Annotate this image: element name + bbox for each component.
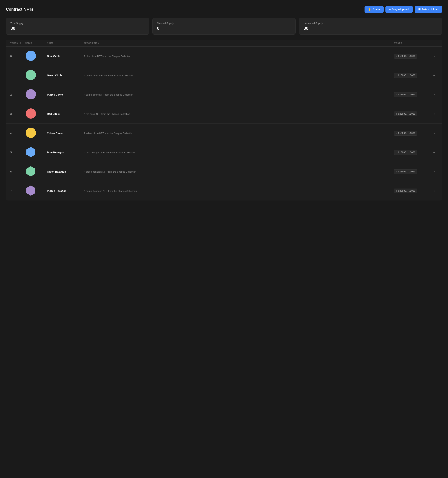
page-title: Contract NFTs <box>6 7 33 12</box>
media-cell <box>25 69 47 82</box>
nft-name: Green Hexagon <box>47 170 84 173</box>
media-cell <box>25 165 47 178</box>
stat-value: 30 <box>303 26 438 31</box>
table-row[interactable]: 0 Blue Circle A blue circle NFT from the… <box>6 47 442 66</box>
nft-name: Purple Hexagon <box>47 189 84 192</box>
svg-marker-7 <box>26 185 35 196</box>
copy-icon: ⧉ <box>396 190 397 192</box>
owner-badge: ⧉ 0x0000...0000 <box>394 112 417 116</box>
nft-description: A blue hexagon NFT from the Shapes Colle… <box>84 151 394 154</box>
token-id: 0 <box>10 55 25 58</box>
nft-name: Blue Hexagon <box>47 151 84 154</box>
table-row[interactable]: 4 Yellow Circle A yellow circle NFT from… <box>6 124 442 143</box>
owner-cell: ⧉ 0x0000...0000 <box>394 54 430 58</box>
row-arrow[interactable]: → <box>430 112 438 116</box>
table-row[interactable]: 6 Green Hexagon A green hexagon NFT from… <box>6 162 442 181</box>
nft-description: A red circle NFT from the Shapes Collect… <box>84 113 394 115</box>
nft-name: Red Circle <box>47 113 84 115</box>
table-row[interactable]: 2 Purple Circle A purple circle NFT from… <box>6 85 442 104</box>
copy-icon: ⧉ <box>396 170 397 173</box>
media-cell <box>25 88 47 101</box>
row-arrow[interactable]: → <box>430 132 438 135</box>
owner-cell: ⧉ 0x0000...0000 <box>394 131 430 136</box>
stat-label: Unclaimed Supply <box>303 22 438 25</box>
nft-name: Purple Circle <box>47 93 84 96</box>
table-col-name: NAME <box>47 42 84 44</box>
row-arrow[interactable]: → <box>430 189 438 193</box>
page-header: Contract NFTs ✋ Claim + Single Upload ⊞ … <box>6 6 442 13</box>
nft-media-shape <box>25 127 37 139</box>
stat-value: 30 <box>10 26 145 31</box>
owner-address: 0x0000...0000 <box>398 132 415 134</box>
token-id: 3 <box>10 113 25 115</box>
owner-badge: ⧉ 0x0000...0000 <box>394 92 417 97</box>
table-col-media: MEDIA <box>25 42 47 44</box>
nft-media-shape <box>25 108 37 120</box>
table-row[interactable]: 3 Red Circle A red circle NFT from the S… <box>6 104 442 124</box>
copy-icon: ⧉ <box>396 94 397 96</box>
nft-description: A yellow circle NFT from the Shapes Coll… <box>84 132 394 135</box>
nft-media-shape <box>25 69 37 82</box>
claim-icon: ✋ <box>368 8 372 11</box>
owner-address: 0x0000...0000 <box>398 113 415 115</box>
owner-address: 0x0000...0000 <box>398 151 415 154</box>
owner-cell: ⧉ 0x0000...0000 <box>394 150 430 155</box>
nft-name: Blue Circle <box>47 55 84 58</box>
owner-badge: ⧉ 0x0000...0000 <box>394 150 417 155</box>
batch-upload-button[interactable]: ⊞ Batch Upload <box>415 6 442 13</box>
nft-description: A green hexagon NFT from the Shapes Coll… <box>84 170 394 173</box>
batch-icon: ⊞ <box>418 8 421 11</box>
nft-description: A blue circle NFT from the Shapes Collec… <box>84 55 394 58</box>
table-body: 0 Blue Circle A blue circle NFT from the… <box>6 47 442 201</box>
plus-icon: + <box>389 8 391 11</box>
nft-name: Green Circle <box>47 74 84 77</box>
nft-description: A green circle NFT from the Shapes Colle… <box>84 74 394 77</box>
table-header: TOKEN IDMEDIANAMEDESCRIPTIONOWNER <box>6 40 442 47</box>
owner-cell: ⧉ 0x0000...0000 <box>394 189 430 193</box>
table-row[interactable]: 1 Green Circle A green circle NFT from t… <box>6 66 442 85</box>
owner-cell: ⧉ 0x0000...0000 <box>394 73 430 78</box>
table-col- <box>430 42 438 44</box>
nft-table: TOKEN IDMEDIANAMEDESCRIPTIONOWNER 0 Blue… <box>6 40 442 201</box>
token-id: 1 <box>10 74 25 77</box>
owner-address: 0x0000...0000 <box>398 190 415 192</box>
svg-point-0 <box>26 51 36 61</box>
svg-marker-6 <box>26 166 35 176</box>
nft-description: A purple hexagon NFT from the Shapes Col… <box>84 190 394 192</box>
media-cell <box>25 127 47 139</box>
svg-point-4 <box>26 128 36 138</box>
row-arrow[interactable]: → <box>430 170 438 173</box>
media-cell <box>25 50 47 62</box>
stat-card-total-supply: Total Supply 30 <box>6 18 149 35</box>
nft-media-shape <box>25 88 37 101</box>
row-arrow[interactable]: → <box>430 74 438 77</box>
svg-point-2 <box>26 89 36 99</box>
table-col-owner: OWNER <box>394 42 430 44</box>
nft-media-shape <box>25 165 37 178</box>
owner-cell: ⧉ 0x0000...0000 <box>394 112 430 116</box>
row-arrow[interactable]: → <box>430 151 438 154</box>
owner-address: 0x0000...0000 <box>398 170 415 173</box>
table-row[interactable]: 7 Purple Hexagon A purple hexagon NFT fr… <box>6 181 442 201</box>
media-cell <box>25 146 47 159</box>
stat-card-claimed-supply: Claimed Supply 0 <box>152 18 296 35</box>
svg-point-3 <box>26 108 36 119</box>
owner-badge: ⧉ 0x0000...0000 <box>394 54 417 58</box>
token-id: 4 <box>10 132 25 135</box>
row-arrow[interactable]: → <box>430 93 438 96</box>
owner-address: 0x0000...0000 <box>398 55 415 57</box>
stat-label: Claimed Supply <box>157 22 291 25</box>
table-row[interactable]: 5 Blue Hexagon A blue hexagon NFT from t… <box>6 143 442 162</box>
single-upload-button[interactable]: + Single Upload <box>385 6 413 13</box>
copy-icon: ⧉ <box>396 113 397 115</box>
owner-badge: ⧉ 0x0000...0000 <box>394 131 417 136</box>
stats-row: Total Supply 30 Claimed Supply 0 Unclaim… <box>6 18 442 35</box>
owner-cell: ⧉ 0x0000...0000 <box>394 92 430 97</box>
row-arrow[interactable]: → <box>430 55 438 58</box>
copy-icon: ⧉ <box>396 74 397 77</box>
nft-media-shape <box>25 185 37 197</box>
stat-value: 0 <box>157 26 291 31</box>
media-cell <box>25 108 47 120</box>
claim-button[interactable]: ✋ Claim <box>365 6 384 13</box>
nft-media-shape <box>25 50 37 62</box>
